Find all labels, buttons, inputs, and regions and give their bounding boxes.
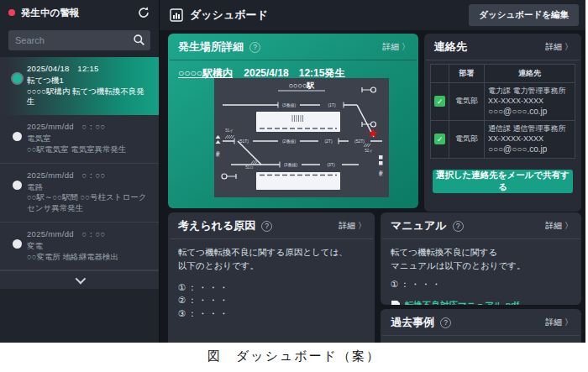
alert-datetime: 2025/mm/dd ○：○○ <box>27 122 152 133</box>
manual-body: 転てつ機転換不良に関する マニュアルは以下のとおりです。 ①：・・・ 転換不良対… <box>381 239 581 305</box>
panel-header: マニュアル ? 詳細 〉 <box>381 212 581 238</box>
track-label: (2T) <box>324 139 333 144</box>
pdf-link-row: 転換不良対応マニュアル.pdf <box>391 299 571 305</box>
help-icon[interactable]: ? <box>440 317 451 328</box>
contact-info: 電力課 電力管理事務所 XX-XXXX-XXXX ○○○@○○○.co.jp <box>485 83 575 121</box>
panel-title: 発生場所詳細 <box>178 39 244 55</box>
panel-title: 過去事例 <box>391 315 434 330</box>
occurrence-time: 2025/4/18 12:15発生 <box>244 67 344 79</box>
alert-list-expand-button[interactable] <box>0 270 159 289</box>
manual-list: ①：・・・ <box>391 278 571 291</box>
alert-item[interactable]: 2025/mm/dd ○：○○ 変電 ○○変電所 地絡継電器検出 <box>0 223 159 270</box>
refresh-icon[interactable] <box>137 6 150 19</box>
direction-arrow-icon <box>216 135 221 139</box>
panel-title: 連絡先 <box>434 39 467 55</box>
alert-datetime: 2025/mm/dd ○：○○ <box>27 170 152 181</box>
detail-link[interactable]: 詳細 〉 <box>382 41 410 53</box>
direction-square-icon <box>379 161 383 165</box>
dashboard-screenshot: 発生中の警報 2025/04/18 12:15 転てつ <box>0 0 585 343</box>
alert-category: 電路 <box>27 182 152 193</box>
diagram-station-name: ○○○○駅 <box>289 81 316 90</box>
alert-text: 2025/mm/dd ○：○○ 変電 ○○変電所 地絡継電器検出 <box>27 229 152 262</box>
file-icon <box>391 300 401 305</box>
switch-label: 52イ <box>365 149 373 153</box>
contact-phone: XX-XXXX-XXXX <box>488 134 571 144</box>
alert-status-dot-icon <box>7 122 27 155</box>
sidebar-title: 発生中の警報 <box>21 7 137 19</box>
cause-item: ③：・・・ <box>178 307 365 321</box>
direction-square-icon <box>379 155 383 160</box>
detail-link[interactable]: 詳細 〉 <box>545 41 573 53</box>
manual-item: ①：・・・ <box>391 278 571 291</box>
help-icon[interactable]: ? <box>453 221 464 232</box>
causes-body: 転てつ機転換不良に関する原因としては、 以下のとおりです。 ①：・・・ ②：・・… <box>168 239 375 327</box>
contact-row: ✓ 電気部 通信課 通信管理事務所 XX-XXXX-XXXX ○○○@○○○.c… <box>431 120 575 158</box>
sidebar-empty-area <box>0 289 159 343</box>
alert-list: 2025/04/18 12:15 転てつ機1 ○○○○駅構内 転てつ機転換不良発… <box>0 57 159 289</box>
main-area: ダッシュボード ダッシュボードを編集 発生場所詳細 ? 詳細 〉 ○○○○駅構内… <box>160 0 585 343</box>
alert-item[interactable]: 2025/mm/dd ○：○○ 電路 ○○駅～○○駅間 ○○号柱ストロークセンサ… <box>0 164 159 223</box>
track-label: (1T) <box>328 102 336 107</box>
main-header: ダッシュボード ダッシュボードを編集 <box>160 0 585 30</box>
bar-chart-icon <box>170 8 183 22</box>
switch-label: 51イ <box>225 128 234 133</box>
contact-checkbox[interactable]: ✓ <box>434 96 445 107</box>
track-label: (51T) <box>239 139 249 144</box>
alert-text: 2025/04/18 12:15 転てつ機1 ○○○○駅構内 転てつ機転換不良発… <box>27 64 152 107</box>
detail-link[interactable]: 詳細 〉 <box>545 317 573 328</box>
station-area-link[interactable]: ○○○○駅構内 <box>178 67 233 79</box>
contact-dept: 電気部 <box>449 120 485 158</box>
share-contacts-button[interactable]: 選択した連絡先をメールで共有する <box>433 170 573 193</box>
help-icon[interactable]: ? <box>249 42 260 53</box>
contact-office: 通信課 通信管理事務所 <box>488 123 571 134</box>
alert-description: ○○駅電気室 電気室異常発生 <box>27 144 152 155</box>
panel-header: 連絡先 詳細 〉 <box>424 34 581 60</box>
active-alert-dot-icon <box>8 9 15 16</box>
detail-link[interactable]: 詳細 〉 <box>545 220 573 232</box>
switch-label: 51ロ <box>245 165 254 170</box>
panel-title: 考えられる原因 <box>178 218 255 233</box>
alert-text: 2025/mm/dd ○：○○ 電気室 ○○駅電気室 電気室異常発生 <box>27 122 152 155</box>
alert-item-selected[interactable]: 2025/04/18 12:15 転てつ機1 ○○○○駅構内 転てつ機転換不良発… <box>0 57 159 115</box>
body-text: 転てつ機転換不良に関する <box>391 246 571 259</box>
alert-item[interactable]: 2025/mm/dd ○：○○ 電気室 ○○駅電気室 電気室異常発生 <box>0 115 159 163</box>
direction-label-left: 駅方面 <box>215 151 220 156</box>
contacts-table: 部署 連絡先 ✓ 電気部 電力課 電力管理事務所 XX-XXXX-XXXX ○○… <box>430 64 575 159</box>
body-text: 以下のとおりです。 <box>178 259 365 273</box>
causes-list: ①：・・・ ②：・・・ ③：・・・ <box>178 281 365 321</box>
search-input[interactable] <box>8 30 150 50</box>
direction-label-right: 駅方面 <box>378 170 383 176</box>
alert-datetime: 2025/04/18 12:15 <box>27 64 152 75</box>
sidebar-header: 発生中の警報 <box>0 0 159 25</box>
detail-link[interactable]: 詳細 〉 <box>339 220 366 232</box>
page-title: ダッシュボード <box>190 8 469 23</box>
search-container <box>8 30 150 50</box>
alert-status-dot-icon <box>7 64 27 107</box>
search-icon[interactable] <box>133 34 145 46</box>
column-header-contact: 連絡先 <box>485 65 575 83</box>
direction-arrow-icon <box>216 140 221 144</box>
alert-category: 電気室 <box>27 134 152 144</box>
alert-status-dot-icon <box>7 170 27 214</box>
help-icon[interactable]: ? <box>261 221 272 232</box>
track-label: (2番線) <box>282 139 296 144</box>
manual-panel: マニュアル ? 詳細 〉 転てつ機転換不良に関する マニュアルは以下のとおりです… <box>381 212 581 305</box>
track-label: (3番線) <box>284 162 297 167</box>
alert-description: ○○変電所 地絡継電器検出 <box>27 252 152 263</box>
alert-text: 2025/mm/dd ○：○○ 電路 ○○駅～○○駅間 ○○号柱ストロークセンサ… <box>27 170 152 214</box>
alert-sidebar: 発生中の警報 2025/04/18 12:15 転てつ <box>0 0 160 343</box>
manual-pdf-link[interactable]: 転換不良対応マニュアル.pdf <box>405 299 519 305</box>
contact-checkbox[interactable]: ✓ <box>434 134 445 144</box>
body-text: マニュアルは以下のとおりです。 <box>391 259 571 273</box>
cause-item: ②：・・・ <box>178 294 365 307</box>
possible-causes-panel: 考えられる原因 ? 詳細 〉 転てつ機転換不良に関する原因としては、 以下のとお… <box>168 212 375 343</box>
edit-dashboard-button[interactable]: ダッシュボードを編集 <box>469 4 579 26</box>
alert-description: ○○駅～○○駅間 ○○号柱ストロークセンサ異常発生 <box>27 192 152 214</box>
contact-email: ○○○@○○○.co.jp <box>488 106 571 118</box>
body-text: 転てつ機転換不良に関する原因としては、 <box>178 246 365 259</box>
contacts-panel: 連絡先 詳細 〉 部署 連絡先 ✓ 電気部 電力課 電力管理事 <box>424 34 581 212</box>
track-label: (52T) <box>354 139 365 144</box>
alert-status-dot-icon <box>7 229 27 262</box>
figure-caption: 図 ダッシュボード（案） <box>0 348 588 364</box>
alert-datetime: 2025/mm/dd ○：○○ <box>27 229 152 240</box>
